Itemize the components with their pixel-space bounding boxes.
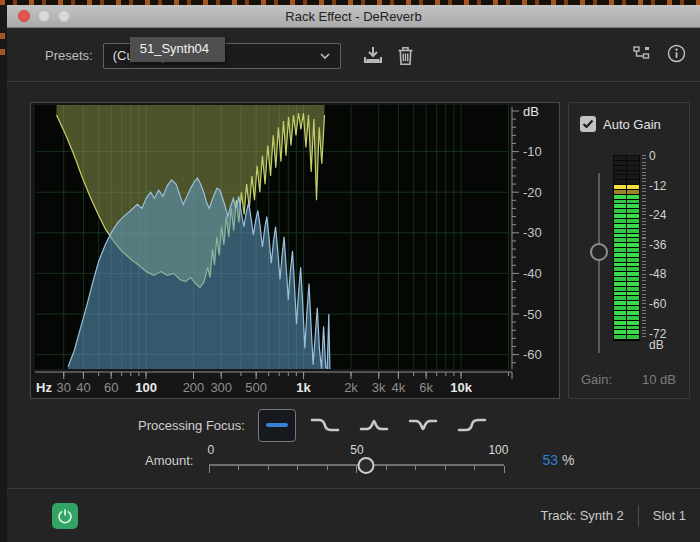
dereverb-window: Rack Effect - DeReverb Presets: (Custom)…	[7, 5, 700, 542]
meter-scale-label: -60	[649, 297, 666, 311]
amount-slider[interactable]: 050100	[209, 444, 504, 476]
meter-segment	[627, 326, 639, 330]
meter-segment	[627, 301, 639, 305]
meter-scale-label: -24	[649, 208, 666, 222]
effect-power-toggle[interactable]	[52, 503, 78, 529]
meter-segment	[627, 209, 639, 213]
meter-segment	[614, 180, 626, 184]
meter-segment-row	[614, 175, 639, 179]
meter-segment	[627, 229, 639, 233]
freq-tick-label: 6k	[419, 380, 433, 395]
amount-tick	[474, 466, 475, 470]
meter-segment	[627, 185, 639, 189]
processing-focus-mid-frequencies-button[interactable]	[354, 409, 394, 442]
meter-segment-row	[614, 195, 639, 199]
zoom-button[interactable]	[58, 10, 70, 22]
amount-scale-label: 100	[488, 443, 508, 457]
db-tick-label: -50	[523, 307, 542, 322]
meter-segment	[614, 171, 626, 175]
meter-ruler-ticks	[642, 155, 646, 340]
amount-value-unit: %	[562, 452, 574, 468]
background-orange-dash	[0, 49, 5, 55]
meter-segment	[627, 296, 639, 300]
amount-row: Amount: 050100 53%	[145, 444, 700, 476]
meter-segment	[614, 195, 626, 199]
amount-tick	[209, 466, 210, 473]
meter-segment	[614, 263, 626, 267]
meter-segment	[614, 214, 626, 218]
spectrum-graph: dB-10-20-30-40-50-603040601002003005001k…	[31, 103, 559, 398]
meter-segment	[614, 238, 626, 242]
close-button[interactable]	[18, 10, 30, 22]
meter-segment	[627, 253, 639, 257]
presets-dropdown[interactable]: (Custom) 51_Synth04	[103, 43, 341, 69]
effect-rack-routing-button[interactable]	[633, 45, 651, 67]
processing-focus-all-frequencies-button[interactable]	[258, 409, 296, 442]
meter-scale-label: 0	[649, 149, 656, 163]
meter-segment-row	[614, 258, 639, 262]
meter-segment	[614, 321, 626, 325]
meter-segment-row	[614, 204, 639, 208]
meter-segment-row	[614, 287, 639, 291]
meter-segment-row	[614, 209, 639, 213]
auto-gain-row: Auto Gain	[569, 103, 689, 132]
minimize-button[interactable]	[38, 10, 50, 22]
presets-label: Presets:	[45, 48, 93, 63]
info-button[interactable]	[667, 44, 686, 67]
chevron-down-icon	[319, 48, 331, 63]
processing-focus-high-frequencies-button[interactable]	[452, 409, 492, 442]
background-orange-dash	[0, 33, 5, 39]
meter-segment	[627, 190, 639, 194]
meter-scale-label: -36	[649, 238, 666, 252]
meter-segment-row	[614, 267, 639, 271]
meter-segment	[614, 272, 626, 276]
db-tick-label: dB	[523, 104, 539, 119]
meter-segment-row	[614, 335, 639, 339]
meter-segment	[614, 267, 626, 271]
meter-segment	[627, 282, 639, 286]
freq-tick-label: 2k	[344, 380, 358, 395]
meter-segment-row	[614, 253, 639, 257]
meter-segment-row	[614, 311, 639, 315]
meter-segment	[614, 316, 626, 320]
amount-tick	[238, 466, 239, 470]
meter-segment	[627, 214, 639, 218]
delete-preset-button[interactable]	[397, 46, 414, 66]
amount-scale-label: 0	[207, 443, 214, 457]
track-indicator: Track: Synth 2	[540, 508, 623, 523]
amount-tick	[386, 466, 387, 470]
meter-segment-row	[614, 234, 639, 238]
meter-segment	[614, 311, 626, 315]
meter-segment-row	[614, 166, 639, 170]
save-preset-button[interactable]	[363, 46, 383, 65]
meter-segment	[614, 224, 626, 228]
gain-slider-handle[interactable]	[590, 243, 608, 261]
trash-icon	[397, 46, 414, 66]
spectrum-display[interactable]: dB-10-20-30-40-50-603040601002003005001k…	[30, 102, 560, 399]
amount-slider-handle[interactable]	[357, 457, 374, 474]
meter-segment	[614, 330, 626, 334]
meter-segment-row	[614, 229, 639, 233]
effect-rack-routing-icon	[633, 45, 651, 63]
processing-focus-low-frequencies-button[interactable]	[305, 409, 345, 442]
processing-focus-notch-frequencies-button[interactable]	[403, 409, 443, 442]
freq-tick-label: 3k	[372, 380, 386, 395]
meter-segment	[627, 287, 639, 291]
meter-segment-row	[614, 277, 639, 281]
presets-row: Presets: (Custom) 51_Synth04	[7, 28, 700, 75]
meter-segment	[614, 161, 626, 165]
meter-segment-row	[614, 156, 639, 160]
gain-slider-track[interactable]	[598, 173, 600, 353]
meter-segment	[614, 190, 626, 194]
meter-segment	[614, 229, 626, 233]
meter-segment	[614, 204, 626, 208]
meter-segment-row	[614, 190, 639, 194]
footer-divider	[638, 505, 639, 527]
band-bump-icon	[358, 416, 390, 434]
title-bar[interactable]: Rack Effect - DeReverb	[7, 5, 700, 28]
gain-label: Gain:	[581, 372, 612, 387]
desktop-background: Rack Effect - DeReverb Presets: (Custom)…	[0, 0, 700, 542]
meter-segment-row	[614, 282, 639, 286]
auto-gain-checkbox[interactable]	[580, 116, 596, 132]
meter-segment	[627, 200, 639, 204]
